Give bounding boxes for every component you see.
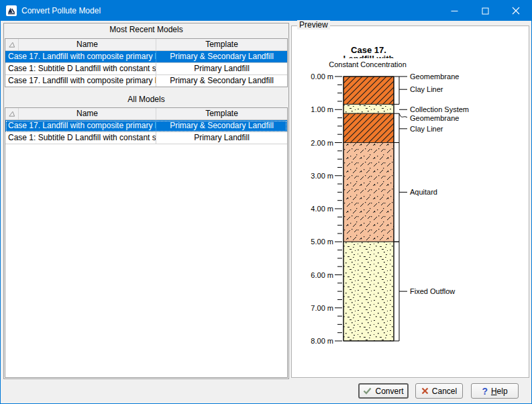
preview-title: Case 17. [351,45,386,55]
depth-label: 7.00 m [311,304,333,312]
preview-group: Preview Case 17.Landfill withConstant Co… [291,26,529,378]
model-template-cell[interactable]: Primary & Secondary Landfill [156,120,287,132]
annotation-clay-liner: Clay Liner [410,125,443,133]
model-name-cell[interactable]: Case 1: Subtitle D Landfill with constan… [5,63,156,74]
annotation-geomembrane: Geomembrane [410,72,459,81]
annotation-geomembrane: Geomembrane [410,114,459,122]
model-row[interactable]: Case 1: Subtitle D Landfill with constan… [5,63,287,75]
depth-label: 5.00 m [311,238,333,246]
model-row[interactable]: Case 17. Landfill with composite primary… [5,51,287,63]
depth-label: 8.00 m [311,337,333,345]
column-header-template[interactable]: Template [156,39,287,50]
depth-label: 1.00 m [311,105,333,113]
models-table-body-0: Case 17. Landfill with composite primary… [5,51,287,87]
most-recent-models-table: Name Template Case 17. Landfill with com… [5,38,288,87]
model-template-cell[interactable]: Primary & Secondary Landfill [156,51,287,62]
titlebar[interactable]: Convert Pollute Model [1,1,531,21]
table-header: Name Template [5,39,287,51]
convert-button[interactable]: Convert [358,383,409,399]
app-logo-icon [6,5,17,16]
layer-geomembrane-clay-liner-primary [343,77,394,104]
model-template-cell[interactable]: Primary Landfill [156,63,287,74]
model-template-cell[interactable]: Primary Landfill [156,132,287,144]
layer-geomembrane-clay-liner-secondary [343,113,394,142]
layer-collection-system [343,104,394,113]
model-name-cell[interactable]: Case 1: Subtitle D Landfill with constan… [5,132,156,144]
column-header-template[interactable]: Template [156,108,287,119]
model-name-cell[interactable]: Case 17. Landfill with composite primary… [5,120,156,132]
cancel-button-label: Cancel [432,387,457,396]
layer-brackets [394,77,400,341]
column-header-name[interactable]: Name [19,108,156,119]
table-header: Name Template [5,108,287,120]
annotation-squiggle [399,113,407,117]
question-icon: ? [482,386,488,397]
sort-icon [8,110,15,117]
depth-label: 6.00 m [311,271,333,279]
sort-indicator-column[interactable] [5,39,19,50]
convert-button-label: Convert [375,387,403,396]
depth-axis: 0.00 m1.00 m2.00 m3.00 m4.00 m5.00 m6.00… [311,72,342,345]
help-button[interactable]: ? Help [471,383,519,399]
layer-aquitard [343,143,394,242]
model-row[interactable]: Case 1: Subtitle D Landfill with constan… [5,132,287,144]
sort-icon [8,41,15,48]
stratigraphy-diagram: Case 17.Landfill withConstant Concentrat… [292,26,529,377]
column-header-name[interactable]: Name [19,39,156,50]
convert-pollute-model-dialog: Convert Pollute Model Most Recent Models… [0,0,532,404]
annotation-collection-system: Collection System [410,105,469,113]
model-row[interactable]: Case 17. Landfill with composite primary… [5,120,287,132]
depth-label: 3.00 m [311,172,333,180]
minimize-button[interactable] [439,1,470,21]
x-icon [421,387,429,395]
minimize-icon [451,7,458,15]
annotation-aquitard: Aquitard [410,188,437,196]
maximize-button[interactable] [470,1,500,21]
section-title-all-models: All Models [4,93,288,106]
window-controls [439,1,531,21]
top-boundary-label: Constant Concentration [329,60,407,68]
check-icon [363,387,372,395]
models-panel: Most Recent Models Name Template Case 17… [3,23,289,379]
model-row[interactable]: Case 17. Landfill with composite primary… [5,75,287,87]
model-template-cell[interactable]: Primary & Secondary Landfill [156,75,287,87]
close-button[interactable] [500,1,531,21]
depth-label: 0.00 m [311,72,333,81]
cancel-button[interactable]: Cancel [415,383,463,399]
model-name-cell[interactable]: Case 17. Landfill with composite primary… [5,51,156,62]
window-title: Convert Pollute Model [21,6,101,15]
layer-fixed-outflow [343,242,394,341]
model-name-cell[interactable]: Case 17. Landfill with composite primary… [5,75,156,87]
close-icon [512,7,520,15]
annotation-clay-liner: Clay Liner [410,85,443,93]
maximize-icon [482,7,489,15]
section-title-most-recent-models: Most Recent Models [4,23,288,36]
all-models-table: Name Template Case 17. Landfill with com… [5,107,288,378]
depth-label: 2.00 m [311,139,333,147]
annotation-fixed-outflow: Fixed Outflow [410,287,455,295]
help-button-label: Help [491,387,508,396]
sort-indicator-column[interactable] [5,108,19,119]
models-table-body-1: Case 17. Landfill with composite primary… [5,120,287,144]
depth-label: 4.00 m [311,205,333,213]
